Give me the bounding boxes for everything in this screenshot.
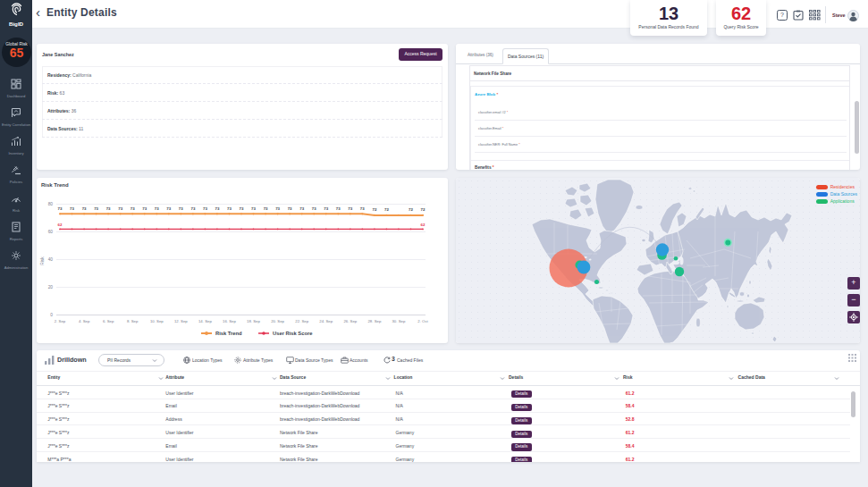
svg-text:73: 73 (324, 206, 328, 211)
svg-text:80: 80 (48, 202, 54, 206)
svg-text:73: 73 (82, 206, 87, 211)
svg-text:73: 73 (299, 206, 304, 211)
svg-text:73: 73 (179, 206, 183, 211)
svg-text:73: 73 (240, 206, 244, 211)
svg-text:12. Sep: 12. Sep (174, 319, 188, 323)
svg-text:73: 73 (70, 206, 74, 211)
svg-text:73: 73 (131, 206, 135, 211)
svg-text:24. Sep: 24. Sep (319, 319, 333, 323)
svg-text:0: 0 (50, 313, 53, 317)
svg-text:73: 73 (118, 206, 122, 211)
svg-text:2. Oct: 2. Oct (417, 319, 428, 323)
svg-text:26. Sep: 26. Sep (343, 319, 357, 323)
svg-text:16. Sep: 16. Sep (223, 319, 236, 323)
svg-text:60: 60 (48, 230, 54, 234)
svg-text:6. Sep: 6. Sep (103, 319, 114, 323)
svg-text:73: 73 (203, 206, 207, 211)
svg-text:73: 73 (190, 206, 195, 211)
svg-text:10. Sep: 10. Sep (150, 319, 164, 323)
svg-text:73: 73 (142, 206, 147, 211)
svg-text:Risk Trend: Risk Trend (215, 331, 242, 336)
svg-text:73: 73 (166, 206, 171, 211)
svg-text:20. Sep: 20. Sep (271, 319, 284, 323)
svg-text:Risk: Risk (40, 256, 45, 265)
svg-text:73: 73 (275, 206, 280, 211)
svg-text:73: 73 (336, 206, 341, 211)
svg-text:73: 73 (58, 206, 63, 211)
svg-text:8. Sep: 8. Sep (127, 319, 139, 323)
svg-text:72: 72 (421, 207, 426, 212)
svg-text:40: 40 (48, 257, 54, 262)
svg-text:73: 73 (251, 206, 256, 211)
svg-text:73: 73 (227, 206, 232, 211)
svg-text:72: 72 (409, 207, 413, 212)
svg-text:30. Sep: 30. Sep (392, 319, 405, 323)
svg-text:18. Sep: 18. Sep (247, 319, 260, 323)
svg-text:20: 20 (48, 285, 54, 290)
svg-text:72: 72 (384, 207, 389, 212)
svg-text:72: 72 (372, 207, 376, 212)
svg-text:14. Sep: 14. Sep (198, 319, 212, 323)
svg-text:73: 73 (288, 206, 292, 211)
svg-text:73: 73 (312, 206, 316, 211)
svg-text:62: 62 (58, 223, 63, 227)
svg-text:2. Sep: 2. Sep (55, 319, 66, 323)
svg-text:22. Sep: 22. Sep (295, 319, 308, 323)
svg-text:73: 73 (94, 206, 98, 211)
svg-text:73: 73 (106, 206, 111, 211)
svg-text:73: 73 (155, 206, 159, 211)
svg-text:73: 73 (215, 206, 219, 211)
svg-text:73: 73 (348, 206, 352, 211)
svg-text:73: 73 (360, 206, 365, 211)
svg-text:User Risk Score: User Risk Score (273, 331, 313, 336)
svg-text:28. Sep: 28. Sep (367, 319, 381, 323)
svg-text:4. Sep: 4. Sep (79, 319, 90, 323)
svg-text:62: 62 (421, 223, 426, 227)
svg-text:73: 73 (264, 206, 268, 211)
